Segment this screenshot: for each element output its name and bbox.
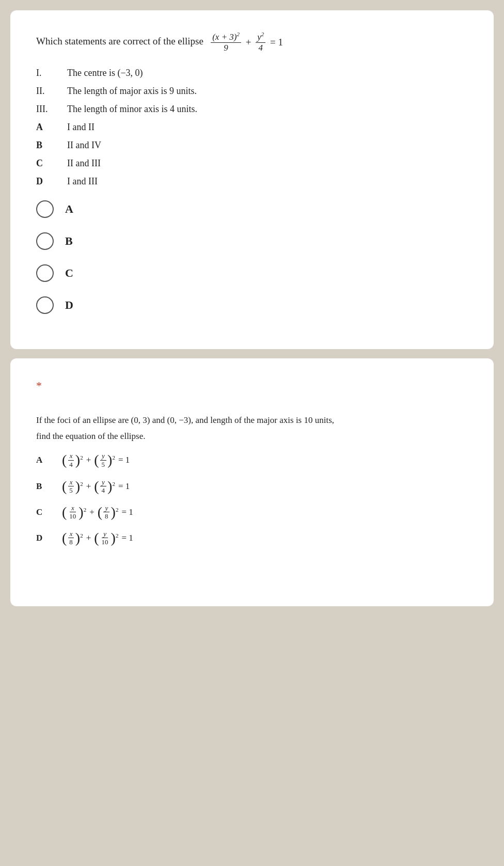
radio-label-d: D	[65, 298, 73, 312]
card-2: * If the foci of an ellipse are (0, 3) a…	[10, 358, 494, 606]
question-1-text: Which statements are correct of the elli…	[36, 31, 468, 53]
eq-fraction-y: y2 4	[256, 31, 265, 53]
radio-label-b: B	[65, 234, 73, 248]
radio-option-a[interactable]: A	[36, 200, 468, 218]
eq-fraction-numerator: (x + 3)2 9	[211, 31, 241, 53]
math-opt-b-label: B	[36, 481, 62, 492]
option-a-text: I and II	[67, 122, 94, 133]
statement-2-label: II.	[36, 86, 67, 97]
option-b-label: B	[36, 140, 67, 151]
option-b-text: II and IV	[67, 140, 101, 151]
math-option-c: C ( x 10 )2 + ( y 8 )2 = 1	[36, 504, 468, 521]
radio-option-d[interactable]: D	[36, 296, 468, 314]
option-d-row: D I and III	[36, 176, 468, 187]
radio-circle-c	[36, 264, 54, 282]
math-opt-c-label: C	[36, 507, 62, 517]
radio-circle-a	[36, 200, 54, 218]
math-option-a: A ( x 4 )2 + ( y 5 )2 = 1	[36, 452, 468, 468]
math-opt-c-eq: ( x 10 )2 + ( y 8 )2 = 1	[62, 504, 133, 521]
radio-label-c: C	[65, 266, 73, 280]
statement-2: II. The length of major axis is 9 units.	[36, 86, 468, 97]
card-1: Which statements are correct of the elli…	[10, 10, 494, 349]
statement-3: III. The length of minor axis is 4 units…	[36, 104, 468, 115]
radio-label-a: A	[65, 202, 73, 216]
radio-circle-d	[36, 296, 54, 314]
math-opt-b-eq: ( x 5 )2 + ( y 4 )2 = 1	[62, 478, 130, 495]
option-d-label: D	[36, 176, 67, 187]
statement-1: I. The centre is (−3, 0)	[36, 68, 468, 78]
option-c-text: II and III	[67, 158, 101, 169]
option-c-row: C II and III	[36, 158, 468, 169]
statement-3-label: III.	[36, 104, 67, 115]
radio-circle-b	[36, 232, 54, 250]
statement-1-label: I.	[36, 68, 67, 78]
math-opt-a-eq: ( x 4 )2 + ( y 5 )2 = 1	[62, 452, 130, 468]
option-c-label: C	[36, 158, 67, 169]
radio-option-b[interactable]: B	[36, 232, 468, 250]
statement-3-text: The length of minor axis is 4 units.	[67, 104, 197, 115]
find-equation-text: find the equation of the ellipse.	[36, 431, 468, 442]
ellipse-equation-1: (x + 3)2 9 + y2 4 = 1	[211, 31, 285, 53]
statement-2-text: The length of major axis is 9 units.	[67, 86, 197, 97]
option-a-row: A I and II	[36, 122, 468, 133]
math-opt-d-eq: ( x 8 )2 + ( y 10 )2 = 1	[62, 530, 133, 546]
star-marker: *	[36, 379, 468, 392]
radio-option-c[interactable]: C	[36, 264, 468, 282]
option-d-text: I and III	[67, 176, 98, 187]
option-a-label: A	[36, 122, 67, 133]
question-2-text: If the foci of an ellipse are (0, 3) and…	[36, 413, 468, 428]
math-opt-d-label: D	[36, 533, 62, 543]
question-1-prefix: Which statements are correct of the elli…	[36, 36, 203, 46]
math-option-d: D ( x 8 )2 + ( y 10 )2 = 1	[36, 530, 468, 546]
option-b-row: B II and IV	[36, 140, 468, 151]
math-opt-a-label: A	[36, 455, 62, 465]
radio-section-1: A B C D	[36, 200, 468, 314]
statement-1-text: The centre is (−3, 0)	[67, 68, 143, 78]
math-option-b: B ( x 5 )2 + ( y 4 )2 = 1	[36, 478, 468, 495]
